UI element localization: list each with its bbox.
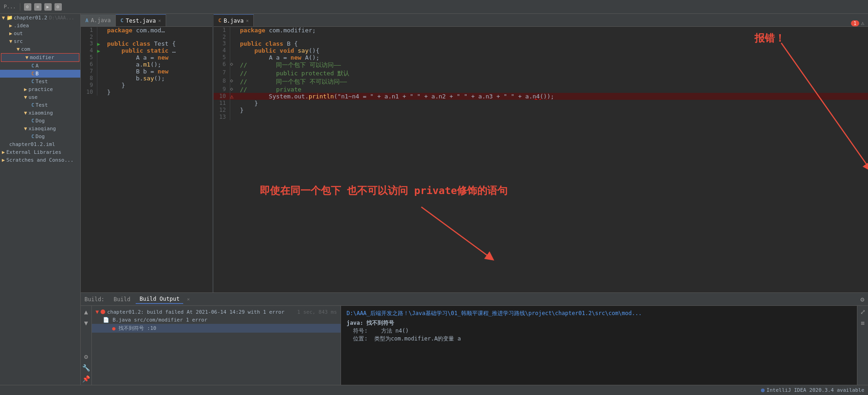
- sidebar-item-com[interactable]: ▼ com: [0, 45, 80, 53]
- table-row: 3 ▶ public class Test {: [81, 40, 212, 47]
- ext-libs-label: External Libraries: [6, 149, 61, 155]
- tab-b-java[interactable]: C B.java ✕: [214, 14, 254, 26]
- settings-bottom-icon[interactable]: ⚙: [861, 296, 864, 303]
- table-row: 2: [81, 34, 212, 40]
- table-row: 4 public void say(){: [214, 47, 868, 54]
- table-row: 2: [214, 34, 868, 40]
- error-circle-icon: ●: [112, 325, 115, 332]
- explanation-annotation: 即使在同一个包下 也不可以访问 private修饰的语句: [260, 184, 508, 198]
- sidebar-item-xiaoming-dog[interactable]: C Dog: [0, 117, 80, 125]
- table-row: 6 a.m1();: [81, 61, 212, 68]
- error-icon: ⚠: [861, 20, 864, 26]
- sidebar-item-src[interactable]: ▼ src: [0, 37, 80, 45]
- folder-icon-out: ▶: [9, 30, 12, 36]
- folder-icon-ext: ▶: [2, 149, 5, 155]
- java-icon-b: C: [31, 71, 34, 76]
- settings-icon[interactable]: ⚙: [24, 3, 31, 11]
- build-item-error-detail[interactable]: ● 找不到符号 :10: [92, 324, 341, 333]
- sidebar-item-ext-libs[interactable]: ▶ External Libraries: [0, 148, 80, 156]
- idea-label: .idea: [14, 23, 29, 29]
- sidebar-item-practice[interactable]: ▶ practice: [0, 85, 80, 93]
- sidebar-item-out[interactable]: ▶ out: [0, 30, 80, 37]
- pin-icon[interactable]: 📌: [82, 375, 90, 383]
- table-row: 11 }: [214, 100, 868, 107]
- layout-icon[interactable]: ≡: [859, 319, 867, 327]
- folder-icon-xiaoqiang: ▼: [24, 126, 27, 132]
- sidebar-item-idea[interactable]: ▶ .idea: [0, 22, 80, 30]
- sidebar-item-test[interactable]: C Test: [0, 78, 80, 85]
- wrench-icon[interactable]: 🔧: [82, 364, 90, 372]
- sidebar-item-a[interactable]: C A: [0, 62, 80, 70]
- main-area: ▼ 📁 chapter01.2 D:\AAA... ▶ .idea ▶ out …: [0, 14, 868, 385]
- build-item-bjava[interactable]: 📄 B.java src/com/modifier 1 error: [92, 316, 341, 324]
- debug-icon[interactable]: ⚙: [54, 3, 62, 11]
- tab-build-output[interactable]: Build Output: [136, 295, 183, 304]
- menu-icon[interactable]: ≡: [34, 3, 42, 11]
- build-label: Build:: [84, 296, 104, 303]
- folder-icon-modifier: ▼: [25, 55, 29, 61]
- filter-icon[interactable]: ⚙: [82, 352, 90, 361]
- sidebar-item-modifier[interactable]: ▼ modifier: [1, 53, 79, 62]
- intellij-status-text: IntelliJ IDEA 2020.3.4 available: [766, 387, 864, 393]
- table-row: 8 ◇ // 同一个包下 不可以访问——: [214, 78, 868, 86]
- left-code-table: 1 package com.mod… 2 3 ▶ public c: [81, 27, 212, 96]
- build-time-text: 1 sec, 843 ms: [297, 309, 337, 315]
- sidebar-item-iml[interactable]: chapter01.2.iml: [0, 140, 80, 148]
- folder-icon-practice: ▶: [24, 86, 27, 92]
- tab-close-test[interactable]: ✕: [158, 18, 161, 23]
- table-row: 9 }: [81, 82, 212, 89]
- table-row: 13: [214, 114, 868, 120]
- close-build-output-icon[interactable]: ✕: [187, 297, 190, 302]
- root-folder-icon: 📁: [6, 15, 13, 21]
- scroll-down-icon[interactable]: ▼: [82, 319, 90, 327]
- run-icon[interactable]: ▶: [44, 3, 52, 11]
- bottom-panel: Build: Build Build Output ✕ ⚙ ▲ ▼ ⚙ 🔧 📌: [81, 292, 868, 385]
- right-editor-panel: C B.java ✕ 1 ⚠ 1 packag: [214, 14, 868, 292]
- tab-build[interactable]: Build: [110, 295, 134, 304]
- sidebar-item-use[interactable]: ▼ use: [0, 93, 80, 101]
- src-label: src: [14, 38, 23, 44]
- table-row: 10 }: [81, 89, 212, 96]
- folder-icon-use: ▼: [24, 94, 27, 100]
- left-code-view[interactable]: 1 package com.mod… 2 3 ▶ public c: [81, 27, 212, 292]
- left-tab-bar: A A.java C Test.java ✕: [81, 14, 212, 27]
- iml-label: chapter01.2.iml: [9, 141, 55, 147]
- tab-test-java[interactable]: C Test.java ✕: [116, 14, 166, 26]
- xiaoming-label: xiaoming: [29, 110, 53, 116]
- tab-a-java[interactable]: A A.java: [81, 14, 116, 26]
- table-row: 5 A a = new A();: [214, 54, 868, 61]
- table-row: 4 ▶ public static …: [81, 47, 212, 54]
- build-output-panel: D:\AAA_后端开发之路！\Java基础学习\01_韩顺平课程_推进学习路线\…: [341, 306, 857, 385]
- use-label: use: [29, 94, 38, 100]
- sidebar-item-scratches[interactable]: ▶ Scratches and Conso...: [0, 156, 80, 164]
- folder-icon-xiaoming: ▼: [24, 110, 27, 116]
- folder-icon-idea: ▶: [9, 23, 12, 29]
- scroll-up-icon[interactable]: ▲: [82, 308, 90, 316]
- intellij-status[interactable]: IntelliJ IDEA 2020.3.4 available: [761, 387, 864, 393]
- tab-icon-b: C: [218, 18, 221, 24]
- sidebar-root[interactable]: ▼ 📁 chapter01.2 D:\AAA...: [0, 14, 80, 22]
- sidebar-item-use-test[interactable]: C Test: [0, 101, 80, 109]
- right-code-view[interactable]: 1 package com.modifier; 2 3 publ: [214, 27, 868, 292]
- bottom-tab-bar: Build: Build Build Output ✕ ⚙: [81, 293, 868, 306]
- error-symbol-text: 找不到符号 :10: [119, 325, 156, 332]
- java-icon-a: C: [31, 63, 34, 68]
- status-bar: IntelliJ IDEA 2020.3.4 available: [0, 385, 868, 395]
- bottom-side-icons: ▲ ▼ ⚙ 🔧 📌: [81, 306, 92, 385]
- sidebar-item-xiaoming[interactable]: ▼ xiaoming: [0, 109, 80, 117]
- build-item-root[interactable]: ▼ chapter01.2: build failed At 2021-06-1…: [92, 308, 341, 316]
- expand-icon[interactable]: ⤢: [859, 308, 867, 316]
- sidebar-item-b[interactable]: C B: [0, 70, 80, 78]
- bottom-content: ▲ ▼ ⚙ 🔧 📌 ▼ chapter01.2: build failed At…: [81, 306, 868, 385]
- table-row-error: 10 ⚠ System.out.println("n1~n4 = " + a.n…: [214, 93, 868, 100]
- tab-close-b[interactable]: ✕: [246, 18, 249, 23]
- tab-icon-test: C: [120, 18, 124, 24]
- xiaoqiang-dog-label: Dog: [36, 134, 45, 140]
- table-row: 7 B b = new: [81, 68, 212, 75]
- scratches-label: Scratches and Conso...: [6, 157, 74, 163]
- sidebar-item-xiaoqiang-dog[interactable]: C Dog: [0, 133, 80, 140]
- sidebar: ▼ 📁 chapter01.2 D:\AAA... ▶ .idea ▶ out …: [0, 14, 81, 385]
- xiaoqiang-label: xiaoqiang: [29, 126, 56, 132]
- sidebar-item-xiaoqiang[interactable]: ▼ xiaoqiang: [0, 125, 80, 133]
- modifier-label: modifier: [30, 55, 54, 61]
